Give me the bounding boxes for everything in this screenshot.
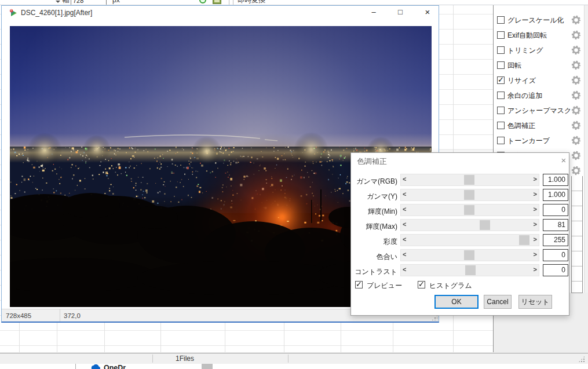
slider-track[interactable]: [400, 174, 539, 186]
action-checkbox[interactable]: [497, 92, 505, 99]
gear-icon[interactable]: [571, 15, 581, 25]
color-adjust-dialog: 色調補正 × ガンマ(RGB)1.000ガンマ(Y)1.000輝度(Min)0輝…: [350, 152, 569, 316]
gear-icon[interactable]: [571, 105, 581, 115]
action-label: アンシャープマスク: [507, 106, 571, 116]
gear-icon[interactable]: [571, 151, 581, 160]
action-row: アンシャープマスク: [494, 104, 584, 119]
action-checkbox[interactable]: [497, 122, 505, 129]
slider-value-input[interactable]: 1.000: [543, 174, 568, 186]
maximize-button[interactable]: □: [392, 6, 408, 19]
width-label: 幅: [63, 0, 70, 5]
width-input[interactable]: 728: [71, 0, 107, 5]
action-label: グレースケール化: [507, 16, 564, 25]
dialog-close-icon[interactable]: ×: [558, 155, 569, 166]
onedrive-label[interactable]: OneDr: [104, 364, 126, 369]
slider-row: コントラスト0: [351, 264, 569, 279]
minimize-button[interactable]: –: [366, 6, 382, 19]
action-row: Exif自動回転: [494, 28, 584, 43]
reset-button[interactable]: リセット: [518, 295, 552, 309]
slider-thumb[interactable]: [464, 205, 474, 215]
convert-icon[interactable]: [213, 0, 221, 4]
slider-label: 彩度: [384, 237, 397, 247]
gear-icon[interactable]: [571, 90, 581, 100]
unit-label: px: [112, 0, 120, 5]
action-label: トリミング: [507, 46, 543, 56]
slider-label: ガンマ(Y): [367, 192, 397, 202]
app-logo-icon: R: [9, 9, 18, 17]
slider-label: コントラスト: [355, 267, 397, 277]
action-row: 余白の追加: [494, 89, 584, 104]
action-label: トーンカーブ: [507, 136, 550, 146]
slider-row: 色合い0: [351, 249, 569, 264]
action-checkbox[interactable]: [497, 46, 505, 54]
app-status-bar: 1Files: [0, 353, 588, 364]
slider-value-input[interactable]: 0: [543, 204, 568, 216]
action-checkbox[interactable]: [497, 76, 505, 84]
background-toolbar: 幅 728 px 即時変換: [0, 0, 588, 5]
dialog-checkbox[interactable]: [355, 281, 363, 288]
slider-row: ガンマ(RGB)1.000: [351, 174, 569, 189]
toolbar-separator: [229, 0, 229, 5]
onedrive-cloud-icon: [90, 364, 101, 369]
gear-icon[interactable]: [571, 166, 581, 176]
action-checkbox[interactable]: [497, 61, 505, 69]
slider-value-input[interactable]: 0: [543, 249, 568, 261]
gear-icon[interactable]: [571, 75, 581, 85]
slider-track[interactable]: [400, 189, 539, 201]
toolbar-separator: [233, 0, 233, 5]
slider-track[interactable]: [400, 219, 539, 231]
ok-button[interactable]: OK: [434, 295, 479, 309]
instant-convert-label[interactable]: 即時変換: [238, 0, 265, 5]
dialog-checkbox[interactable]: [418, 281, 425, 288]
action-checkbox[interactable]: [497, 31, 505, 39]
slider-row: 彩度255: [351, 234, 569, 249]
slider-thumb[interactable]: [519, 235, 529, 245]
dialog-sliders: ガンマ(RGB)1.000ガンマ(Y)1.000輝度(Min)0輝度(Max)8…: [351, 174, 569, 279]
slider-value-input[interactable]: 255: [543, 234, 568, 246]
window-titlebar[interactable]: R DSC_4260[1].jpg[After] – □ ×: [2, 6, 439, 20]
slider-thumb[interactable]: [465, 265, 476, 275]
slider-track[interactable]: [400, 204, 539, 216]
slider-thumb[interactable]: [464, 175, 474, 185]
slider-value-input[interactable]: 81: [543, 219, 568, 231]
slider-label: 色合い: [377, 252, 397, 262]
dialog-checkbox-label: ヒストグラム: [429, 281, 472, 291]
close-button[interactable]: ×: [419, 6, 436, 19]
cursor-position-status: 372,0: [60, 309, 81, 321]
gear-icon[interactable]: [571, 120, 581, 130]
slider-thumb[interactable]: [464, 250, 474, 260]
dialog-checkbox-label: プレビュー: [367, 281, 402, 291]
action-row: 色調補正: [494, 119, 584, 134]
action-checkbox[interactable]: [497, 137, 505, 144]
slider-track[interactable]: [400, 234, 539, 246]
gear-icon[interactable]: [571, 60, 581, 70]
slider-label: ガンマ(RGB): [356, 177, 397, 187]
refresh-icon[interactable]: [199, 0, 206, 3]
gear-icon[interactable]: [571, 136, 581, 145]
slider-thumb[interactable]: [464, 190, 474, 200]
action-checkbox[interactable]: [497, 107, 505, 114]
dialog-title: 色調補正: [357, 156, 387, 167]
cancel-button[interactable]: Cancel: [484, 295, 512, 309]
image-size-status: 728x485: [2, 309, 60, 321]
action-label: リサイズ: [507, 76, 536, 86]
gear-icon[interactable]: [571, 45, 581, 55]
action-row: リサイズ: [494, 74, 584, 89]
slider-value-input[interactable]: 0: [543, 264, 568, 276]
panel-scrollbar[interactable]: [584, 5, 588, 293]
action-checkbox[interactable]: [497, 16, 505, 24]
slider-track[interactable]: [400, 264, 539, 276]
gear-icon[interactable]: [571, 30, 581, 40]
dialog-checkboxes: プレビューヒストグラム: [351, 280, 569, 292]
slider-thumb[interactable]: [480, 220, 490, 230]
slider-label: 輝度(Max): [366, 222, 397, 232]
slider-label: 輝度(Min): [368, 207, 397, 217]
action-row: トーンカーブ: [494, 134, 584, 149]
dropdown-chevron-icon[interactable]: [56, 1, 60, 5]
app-resize-grip[interactable]: [578, 356, 585, 363]
action-label: 余白の追加: [507, 91, 542, 101]
empty-gear-cells: [571, 176, 583, 293]
slider-value-input[interactable]: 1.000: [543, 189, 568, 201]
slider-track[interactable]: [400, 249, 539, 261]
background-window-strip: OneDr: [0, 364, 588, 369]
